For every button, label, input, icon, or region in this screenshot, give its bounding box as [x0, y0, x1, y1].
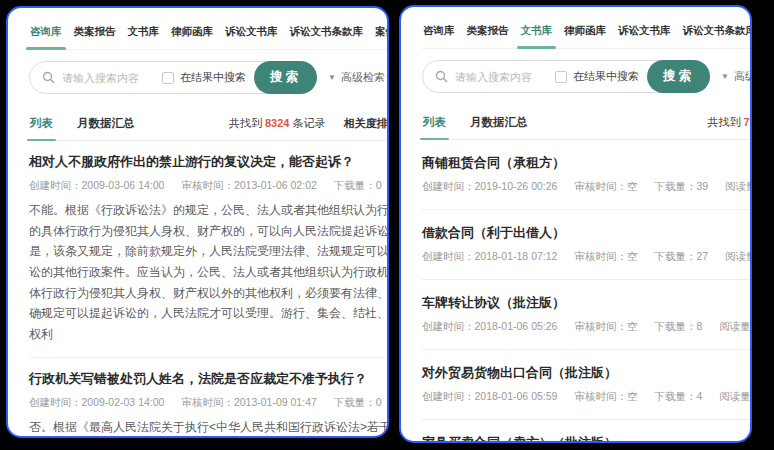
item-snippet: 否。根据《最高人民法院关于执行<中华人民共和国行政诉讼法>若干问题的解释》第九十… — [29, 417, 389, 438]
library-tab[interactable]: 律师函库 — [563, 15, 607, 48]
tab-list-view[interactable]: 列表 — [422, 109, 447, 139]
list-item[interactable]: 家具买卖合同（卖方）（批注版） 创建时间：2018-01-06 07:31 审核… — [422, 420, 752, 443]
list-item[interactable]: 商铺租赁合同（承租方） 创建时间：2019-10-26 00:26 审核时间：空… — [422, 140, 752, 210]
consultation-library-window: 咨询库 类案报告 文书库 律师函库 诉讼文书库 诉讼文书条款库 案例库 — [6, 6, 389, 438]
item-title[interactable]: 对外贸易货物出口合同（批注版） — [422, 364, 752, 382]
item-reviewed: 审核时间：空 — [574, 180, 637, 194]
result-count: 共找到 8324 条记录 — [229, 116, 326, 131]
item-reviewed: 审核时间：2013-01-09 01:47 — [181, 396, 316, 410]
list-item[interactable]: 借款合同（利于出借人） 创建时间：2018-01-18 07:12 审核时间：空… — [422, 210, 752, 280]
search-options-chevron-down-icon[interactable]: ▼ — [721, 72, 729, 81]
library-tab[interactable]: 文书库 — [127, 16, 161, 49]
document-result-list: 商铺租赁合同（承租方） 创建时间：2019-10-26 00:26 审核时间：空… — [422, 140, 752, 443]
list-item[interactable]: 相对人不服政府作出的禁止游行的复议决定，能否起诉？ 创建时间：2009-03-0… — [29, 141, 389, 358]
item-meta: 创建时间：2019-10-26 00:26 审核时间：空 下载量：39 阅读量：… — [422, 180, 752, 194]
search-row: 在结果中搜索 搜索 ▼ 高级检索 ➜ 威科检索 — [29, 61, 389, 94]
item-created: 创建时间：2019-10-26 00:26 — [422, 180, 557, 194]
item-downloads: 下载量：0 — [334, 179, 382, 193]
search-options-chevron-down-icon[interactable]: ▼ — [328, 73, 336, 82]
library-tab[interactable]: 诉讼文书条款库 — [289, 16, 365, 49]
library-tab[interactable]: 类案报告 — [466, 15, 510, 48]
item-title[interactable]: 行政机关写错被处罚人姓名，法院是否应裁定不准予执行？ — [29, 370, 389, 388]
library-tabbar: 咨询库 类案报告 文书库 律师函库 诉讼文书库 诉讼文书条款库 案例库 — [29, 16, 389, 50]
item-downloads: 下载量：8 — [654, 320, 702, 334]
search-box: 在结果中搜索 搜索 — [29, 61, 317, 94]
item-reviewed: 审核时间：空 — [574, 320, 637, 334]
item-created: 创建时间：2018-01-06 05:59 — [422, 390, 557, 404]
item-downloads: 下载量：0 — [334, 396, 382, 410]
item-meta: 创建时间：2018-01-06 05:26 审核时间：空 下载量：8 阅读量：6 — [422, 320, 752, 334]
item-title[interactable]: 相对人不服政府作出的禁止游行的复议决定，能否起诉？ — [29, 153, 389, 171]
item-downloads: 下载量：4 — [654, 390, 702, 404]
in-results-label: 在结果中搜索 — [180, 70, 246, 85]
item-snippet: 不能。根据《行政诉讼法》的规定，公民、法人或者其他组织认为行政机关的具体行政行为… — [29, 200, 389, 344]
library-tab[interactable]: 诉讼文书库 — [224, 16, 279, 49]
item-created: 创建时间：2009-03-06 14:00 — [29, 179, 164, 193]
item-meta: 创建时间：2009-02-03 14:00 审核时间：2013-01-09 01… — [29, 396, 389, 410]
item-reads: 阅读量：2 — [719, 390, 752, 404]
search-icon — [42, 71, 55, 84]
search-button[interactable]: 搜索 — [647, 60, 710, 93]
library-tab[interactable]: 诉讼文书库 — [617, 15, 672, 48]
item-title[interactable]: 车牌转让协议（批注版） — [422, 294, 752, 312]
item-created: 创建时间：2018-01-18 07:12 — [422, 250, 557, 264]
result-count-number: 8324 — [265, 117, 289, 129]
tab-list-view[interactable]: 列表 — [29, 110, 54, 140]
library-tab[interactable]: 案例库 — [374, 16, 389, 49]
sort-dropdown[interactable]: 相关度排序 ↓ — [344, 116, 390, 131]
advanced-search-link[interactable]: 高级检索 — [734, 69, 752, 84]
library-tab[interactable]: 类案报告 — [73, 16, 117, 49]
result-count-number: 717 — [744, 116, 752, 128]
search-box: 在结果中搜索 搜索 — [422, 60, 710, 93]
search-icon — [435, 70, 448, 83]
in-results-label: 在结果中搜索 — [573, 69, 639, 84]
item-title[interactable]: 借款合同（利于出借人） — [422, 224, 752, 242]
result-toolbar: 列表 月数据汇总 共找到 8324 条记录 相关度排序 ↓ — [29, 110, 389, 141]
search-input[interactable] — [62, 72, 162, 84]
item-title[interactable]: 家具买卖合同（卖方）（批注版） — [422, 434, 752, 443]
search-button[interactable]: 搜索 — [254, 61, 317, 94]
tab-monthly-summary[interactable]: 月数据汇总 — [76, 110, 136, 140]
library-tabbar: 咨询库 类案报告 文书库 律师函库 诉讼文书库 诉讼文书条款库 案例库 — [422, 15, 752, 49]
library-tab[interactable]: 咨询库 — [422, 15, 456, 48]
in-results-checkbox[interactable] — [162, 72, 174, 84]
document-library-window: 咨询库 类案报告 文书库 律师函库 诉讼文书库 诉讼文书条款库 案例库 — [399, 5, 752, 443]
item-created: 创建时间：2018-01-06 05:26 — [422, 320, 557, 334]
item-meta: 创建时间：2018-01-06 05:59 审核时间：空 下载量：4 阅读量：2 — [422, 390, 752, 404]
qa-result-list: 相对人不服政府作出的禁止游行的复议决定，能否起诉？ 创建时间：2009-03-0… — [29, 141, 389, 438]
library-tab[interactable]: 文书库 — [520, 15, 554, 48]
item-reads: 阅读量：40 — [725, 180, 752, 194]
library-tab[interactable]: 咨询库 — [29, 16, 63, 49]
search-row: 在结果中搜索 搜索 ▼ 高级检索 — [422, 60, 752, 93]
library-tab[interactable]: 诉讼文书条款库 — [682, 15, 753, 48]
item-reviewed: 审核时间：空 — [574, 390, 637, 404]
item-created: 创建时间：2009-02-03 14:00 — [29, 396, 164, 410]
list-item[interactable]: 车牌转让协议（批注版） 创建时间：2018-01-06 05:26 审核时间：空… — [422, 280, 752, 350]
item-reads: 阅读量：6 — [719, 320, 752, 334]
item-meta: 创建时间：2009-03-06 14:00 审核时间：2013-01-06 02… — [29, 179, 389, 193]
in-results-checkbox[interactable] — [555, 71, 567, 83]
item-reviewed: 审核时间：2013-01-06 02:02 — [181, 179, 316, 193]
item-meta: 创建时间：2018-01-18 07:12 审核时间：空 下载量：27 阅读量：… — [422, 250, 752, 264]
search-input[interactable] — [455, 71, 555, 83]
list-item[interactable]: 行政机关写错被处罚人姓名，法院是否应裁定不准予执行？ 创建时间：2009-02-… — [29, 358, 389, 438]
library-tab[interactable]: 律师函库 — [170, 16, 214, 49]
result-toolbar: 列表 月数据汇总 共找到 717 条记录 — [422, 109, 752, 140]
item-reads: 阅读量：30 — [725, 250, 752, 264]
item-reviewed: 审核时间：空 — [574, 250, 637, 264]
advanced-search-link[interactable]: 高级检索 — [341, 70, 385, 85]
tab-monthly-summary[interactable]: 月数据汇总 — [469, 109, 529, 139]
item-downloads: 下载量：27 — [654, 250, 708, 264]
list-item[interactable]: 对外贸易货物出口合同（批注版） 创建时间：2018-01-06 05:59 审核… — [422, 350, 752, 420]
item-title[interactable]: 商铺租赁合同（承租方） — [422, 154, 752, 172]
result-count: 共找到 717 条记录 — [708, 115, 752, 130]
item-downloads: 下载量：39 — [654, 180, 708, 194]
